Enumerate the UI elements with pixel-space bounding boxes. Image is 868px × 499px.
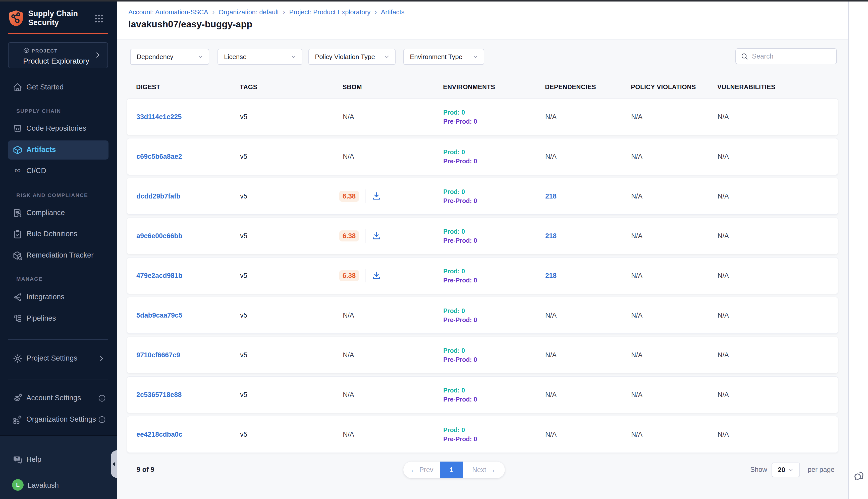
help-chat-icon: ? xyxy=(13,455,23,465)
environments-cell: Prod: 0 Pre-Prod: 0 xyxy=(443,188,545,205)
policy-violations-value: N/A xyxy=(631,431,718,438)
sidebar-item-artifacts[interactable]: Artifacts xyxy=(8,141,109,160)
info-icon[interactable] xyxy=(98,416,106,424)
info-icon[interactable] xyxy=(98,394,106,402)
sidebar-item-organization-settings[interactable]: Organization Settings xyxy=(0,411,117,428)
vulnerabilities-value: N/A xyxy=(718,193,838,200)
prev-page-button[interactable]: ←Prev xyxy=(404,462,440,478)
sbom-download-button[interactable] xyxy=(371,231,382,241)
digest-link[interactable]: 33d114e1c225 xyxy=(136,113,182,121)
next-page-button[interactable]: Next→ xyxy=(463,462,505,478)
artifacts-cube-icon xyxy=(13,145,23,155)
env-preprod: Pre-Prod: 0 xyxy=(443,117,545,125)
sbom-score-badge[interactable]: 6.38 xyxy=(339,230,359,242)
sidebar-item-ci-cd[interactable]: ∞ CI/CD xyxy=(0,162,117,180)
vulnerabilities-value: N/A xyxy=(718,391,838,399)
sidebar-item-project-settings[interactable]: Project Settings xyxy=(0,350,117,367)
env-prod: Prod: 0 xyxy=(443,188,545,196)
digest-link[interactable]: 9710cf6667c9 xyxy=(136,351,180,359)
sbom-na: N/A xyxy=(343,351,354,359)
environments-cell: Prod: 0 Pre-Prod: 0 xyxy=(443,386,545,403)
sbom-divider xyxy=(365,229,365,243)
digest-link[interactable]: 5dab9caa79c5 xyxy=(136,312,182,319)
vulnerabilities-value: N/A xyxy=(718,431,838,438)
top-strip xyxy=(0,0,868,1)
breadcrumb-account[interactable]: Account: Automation-SSCA xyxy=(128,8,208,16)
user-menu[interactable]: L Lavakush xyxy=(0,479,117,492)
breadcrumb-project[interactable]: Project: Product Exploratory xyxy=(289,8,371,16)
sidebar-item-code-repositories[interactable]: Code Repositories xyxy=(0,120,117,137)
col-dependencies: DEPENDENCIES xyxy=(545,83,631,91)
sbom-score-badge[interactable]: 6.38 xyxy=(339,191,359,202)
sidebar-item-get-started[interactable]: Get Started xyxy=(0,79,117,96)
environments-cell: Prod: 0 Pre-Prod: 0 xyxy=(443,108,545,125)
digest-link[interactable]: a9c6e00c66bb xyxy=(136,232,182,240)
sidebar-item-remediation-tracker[interactable]: Remediation Tracker xyxy=(0,247,117,264)
digest-link[interactable]: 479e2acd981b xyxy=(136,272,182,279)
sidebar-item-account-settings[interactable]: Account Settings xyxy=(0,390,117,407)
env-prod: Prod: 0 xyxy=(443,148,545,156)
chevron-down-icon xyxy=(472,53,479,60)
show-label: Show xyxy=(750,466,767,474)
breadcrumb: Account: Automation-SSCA › Organization:… xyxy=(128,8,405,16)
user-avatar: L xyxy=(12,479,24,491)
sbom-score-badge[interactable]: 6.38 xyxy=(339,270,359,281)
page-number-1[interactable]: 1 xyxy=(440,462,463,478)
project-selector[interactable]: PROJECT Product Exploratory xyxy=(8,42,108,68)
sbom-download-button[interactable] xyxy=(371,271,382,281)
sidebar-item-pipelines[interactable]: Pipelines xyxy=(0,310,117,327)
app-title: Supply Chain Security xyxy=(28,9,94,27)
vulnerabilities-value: N/A xyxy=(718,312,838,319)
dependencies-value[interactable]: 218 xyxy=(545,272,557,279)
sbom-na: N/A xyxy=(343,312,354,319)
chevron-down-icon xyxy=(788,467,794,473)
digest-link[interactable]: ee4218cdba0c xyxy=(136,431,182,438)
search-icon xyxy=(741,52,748,60)
table-row: 9710cf6667c9 v5 N/A Prod: 0 Pre-Prod: 0 … xyxy=(127,337,838,373)
environments-cell: Prod: 0 Pre-Prod: 0 xyxy=(443,267,545,284)
filter-dependency[interactable]: Dependency xyxy=(130,49,209,65)
sidebar-item-integrations[interactable]: Integrations xyxy=(0,289,117,306)
filter-policy-violation-type[interactable]: Policy Violation Type xyxy=(308,49,396,65)
vulnerabilities-value: N/A xyxy=(718,113,838,121)
filter-license[interactable]: License xyxy=(218,49,302,65)
digest-link[interactable]: c69c5b6a8ae2 xyxy=(136,153,182,160)
tag-value: v5 xyxy=(240,193,343,200)
sbom-with-score: 6.38 xyxy=(339,229,443,243)
digest-link[interactable]: 2c5365718e88 xyxy=(136,391,182,399)
dependencies-value[interactable]: 218 xyxy=(545,193,557,200)
digest-link[interactable]: dcdd29b7fafb xyxy=(136,193,181,200)
collapse-left-arrow-icon xyxy=(112,462,115,466)
tag-value: v5 xyxy=(240,153,343,160)
sidebar-divider xyxy=(8,379,108,379)
download-icon xyxy=(371,191,382,201)
sidebar-collapse-handle[interactable] xyxy=(111,450,117,478)
breadcrumb-organization[interactable]: Organization: default xyxy=(219,8,279,16)
dependencies-value[interactable]: 218 xyxy=(545,232,557,240)
chat-support-button[interactable] xyxy=(852,469,866,484)
env-prod: Prod: 0 xyxy=(443,227,545,235)
policy-violations-value: N/A xyxy=(631,272,718,280)
project-name: Product Exploratory xyxy=(23,57,89,65)
pipeline-icon xyxy=(13,314,23,324)
sbom-download-button[interactable] xyxy=(371,191,382,201)
clipboard-check-icon xyxy=(13,229,23,239)
app-switcher-grid-icon[interactable] xyxy=(94,14,104,24)
sidebar-item-help[interactable]: ? Help xyxy=(0,451,117,468)
breadcrumb-artifacts[interactable]: Artifacts xyxy=(381,8,405,16)
dependencies-value: N/A xyxy=(545,391,557,399)
share-nodes-icon xyxy=(13,292,23,302)
sbom-with-score: 6.38 xyxy=(339,190,443,203)
col-tags: TAGS xyxy=(240,83,343,91)
search-input[interactable] xyxy=(752,52,832,60)
pagination-total: 9 of 9 xyxy=(137,466,154,474)
filter-environment-type[interactable]: Environment Type xyxy=(404,49,484,65)
sidebar-item-compliance[interactable]: Compliance xyxy=(0,205,117,222)
breadcrumb-separator: › xyxy=(283,8,285,16)
section-manage: MANAGE xyxy=(16,276,43,282)
table-row: 2c5365718e88 v5 N/A Prod: 0 Pre-Prod: 0 … xyxy=(127,376,838,413)
sidebar-item-rule-definitions[interactable]: Rule Definitions xyxy=(0,226,117,243)
layers-gear-icon xyxy=(13,393,23,403)
per-page-select[interactable]: 20 xyxy=(771,463,800,477)
table-row: a9c6e00c66bb v5 6.38 Prod: 0 Pre-Prod: 0… xyxy=(127,218,838,254)
